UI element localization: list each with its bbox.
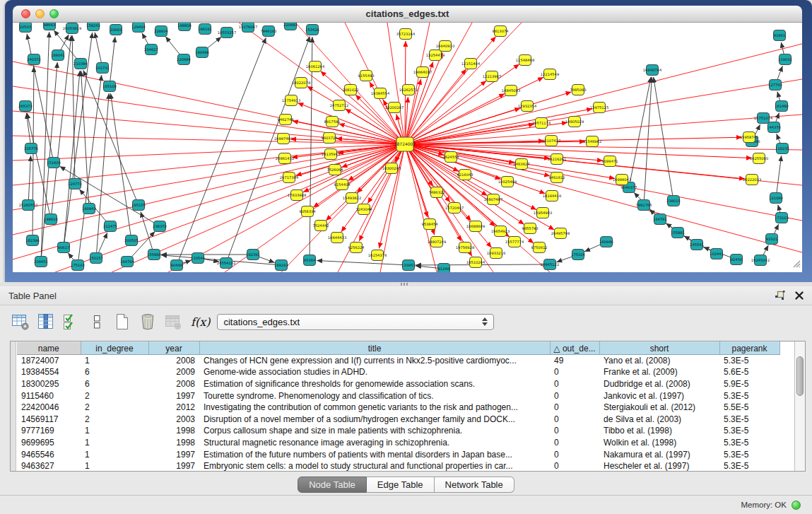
graph-node[interactable]: 102441	[710, 249, 724, 259]
cell-pagerank[interactable]: 5.3E-5	[719, 425, 779, 437]
float-panel-icon[interactable]	[775, 291, 785, 300]
graph-node[interactable]: 90617	[58, 243, 70, 253]
function-builder-icon[interactable]: f(x)	[191, 315, 210, 329]
graph-node[interactable]: 98663	[44, 23, 56, 30]
graph-node[interactable]: 7991765	[635, 200, 652, 211]
table-settings-icon[interactable]	[10, 311, 31, 332]
cell-out_degree[interactable]: 49	[550, 355, 599, 367]
resize-grip-icon[interactable]	[792, 258, 801, 271]
cell-pagerank[interactable]: 5.3E-5	[719, 437, 779, 449]
close-panel-icon[interactable]	[795, 291, 804, 300]
cell-out_degree[interactable]: 0	[550, 366, 599, 378]
graph-node[interactable]: 93321	[766, 234, 778, 245]
graph-node[interactable]: 20503	[20, 23, 32, 33]
graph-node[interactable]: 6216043	[457, 170, 473, 180]
cell-in_degree[interactable]: 2	[81, 402, 148, 414]
graph-node[interactable]: 133544	[191, 253, 206, 264]
cell-out_degree[interactable]: 0	[550, 448, 599, 460]
cell-short[interactable]: Wolkin et al. (1998)	[599, 437, 719, 449]
cell-pagerank[interactable]: 5.3E-5	[719, 390, 779, 402]
graph-node[interactable]: 127743	[768, 80, 782, 90]
graph-node[interactable]: 20861432	[276, 153, 294, 164]
graph-node[interactable]: 190496	[195, 47, 209, 58]
graph-node[interactable]: 7243044	[355, 204, 372, 215]
graph-node[interactable]: 238015	[666, 196, 681, 206]
cell-in_degree[interactable]: 2	[81, 413, 148, 425]
graph-node[interactable]: 228934	[154, 26, 169, 37]
network-window-titlebar[interactable]: citations_edges.txt	[13, 6, 802, 23]
graph-node[interactable]: 8099471	[601, 156, 618, 167]
graph-node[interactable]: 198610	[44, 214, 58, 225]
cell-pagerank[interactable]: 5.3E-5	[719, 460, 779, 472]
new-table-icon[interactable]	[112, 311, 133, 332]
graph-node[interactable]: 210384	[73, 59, 88, 69]
column-header-pagerank[interactable]: pagerank	[719, 342, 779, 355]
graph-node[interactable]: 9855793	[522, 223, 538, 234]
cell-title[interactable]: Genome-wide association studies in ADHD.	[199, 366, 550, 378]
graph-node[interactable]: 12214549	[541, 69, 559, 80]
cell-title[interactable]: Disruption of a novel member of a sodium…	[199, 413, 550, 425]
graph-node[interactable]: 9462744	[277, 115, 294, 125]
cell-short[interactable]: de Silva et al. (2003)	[599, 413, 719, 425]
cell-name[interactable]: 9777169	[17, 425, 81, 437]
cell-name[interactable]: 18724007	[17, 355, 81, 367]
cell-short[interactable]: Hescheler et al. (1997)	[599, 460, 719, 472]
cell-year[interactable]: 2003	[148, 413, 199, 425]
cell-short[interactable]: Franke et al. (2009)	[599, 366, 719, 378]
cell-year[interactable]: 2008	[148, 378, 199, 390]
network-canvas[interactable]: 2050398663200538191582432066312940422893…	[13, 23, 802, 272]
graph-node[interactable]: 26717394	[280, 173, 299, 183]
graph-node[interactable]: 165155	[131, 200, 146, 211]
graph-node[interactable]: 20945122	[541, 259, 559, 270]
cell-in_degree[interactable]: 1	[81, 460, 148, 472]
graph-node[interactable]: 220684	[177, 54, 192, 65]
graph-node[interactable]: 16107427	[542, 136, 560, 146]
graph-node[interactable]: 11546962	[583, 136, 601, 147]
graph-node[interactable]: 13200287	[385, 103, 404, 113]
graph-node[interactable]: 14845083	[502, 86, 520, 96]
cell-in_degree[interactable]: 1	[81, 448, 148, 460]
cell-in_degree[interactable]: 1	[81, 437, 148, 449]
graph-node[interactable]: 121060	[769, 193, 783, 204]
graph-node[interactable]: 12932354	[518, 101, 537, 112]
cell-pagerank[interactable]: 5.3E-5	[719, 413, 779, 425]
graph-node[interactable]: 10222033	[743, 175, 761, 185]
graph-node[interactable]: 150157	[89, 253, 103, 264]
table-row[interactable]: 977716911998Corpus callosum shape and si…	[17, 425, 779, 437]
graph-node[interactable]: 169163	[274, 260, 288, 271]
cell-short[interactable]: Jankovic et al. (1997)	[599, 390, 719, 402]
cell-name[interactable]: 9465546	[17, 448, 81, 460]
graph-node[interactable]: 182396	[25, 235, 40, 246]
graph-node[interactable]: 9603724	[321, 133, 338, 144]
column-header-title[interactable]: title	[199, 342, 550, 355]
cell-year[interactable]: 1997	[148, 448, 199, 460]
graph-node[interactable]: 245541	[690, 240, 704, 250]
cell-name[interactable]: 9699695	[17, 437, 81, 449]
table-row[interactable]: 969969511998Structural magnetic resonanc…	[17, 437, 779, 449]
graph-node[interactable]: 236370	[153, 221, 167, 232]
table-row[interactable]: 1456911722003Disruption of a novel membe…	[17, 413, 779, 425]
graph-node[interactable]: 220681	[283, 23, 298, 30]
graph-node[interactable]: 164764	[120, 257, 135, 267]
graph-node[interactable]: 20663	[110, 25, 122, 35]
cell-pagerank[interactable]: 5.3E-5	[719, 355, 779, 367]
column-header-short[interactable]: short	[599, 342, 719, 355]
network-window[interactable]: citations_edges.txt 20503986632005381915…	[5, 0, 812, 282]
graph-node[interactable]: 16061264	[306, 62, 325, 72]
cell-out_degree[interactable]: 0	[550, 402, 599, 414]
graph-node[interactable]: 209451	[34, 257, 48, 267]
table-row[interactable]: 1938455462009Genome-wide association stu…	[17, 366, 779, 378]
graph-node[interactable]: 11548498	[516, 55, 534, 66]
graph-node[interactable]: 10997483	[274, 134, 293, 144]
graph-node[interactable]: 19245042	[751, 255, 770, 266]
graph-node[interactable]: 10553257	[218, 28, 236, 38]
graph-node[interactable]: 151600	[47, 158, 61, 168]
graph-node[interactable]: 189041	[51, 50, 65, 61]
graph-node[interactable]: 175103	[71, 260, 85, 271]
cell-title[interactable]: Embryonic stem cells: a model to study s…	[199, 460, 550, 472]
cell-short[interactable]: Stergiakouli et al. (2012)	[599, 402, 719, 414]
graph-node[interactable]: 19664037	[413, 67, 432, 78]
graph-node[interactable]: 161480	[775, 101, 789, 112]
cell-pagerank[interactable]: 5.6E-5	[719, 366, 779, 378]
graph-node[interactable]: 92450	[731, 255, 743, 265]
